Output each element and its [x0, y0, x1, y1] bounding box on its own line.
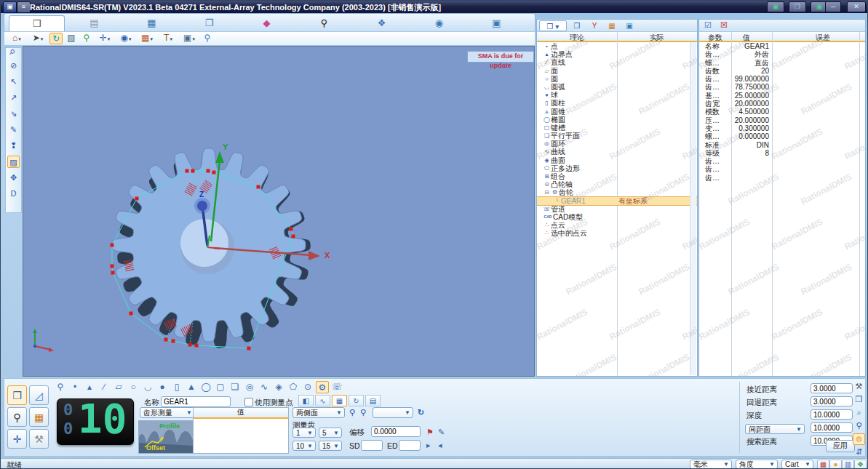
ribbon-tab-table[interactable]: ▦ — [124, 15, 180, 32]
parallel-planes-icon[interactable]: ❏ — [228, 381, 242, 393]
window-layout-icon[interactable]: ❐ — [789, 1, 806, 12]
probe-up-icon[interactable]: ⚲ — [349, 407, 355, 417]
tree-item[interactable]: •点 — [537, 42, 697, 50]
graph-tab[interactable]: ∿ — [315, 395, 330, 406]
ribbon-tab-view[interactable]: ◉ — [411, 15, 467, 32]
tree-item[interactable]: ◈曲面 — [537, 156, 697, 164]
param-row[interactable]: 齿…78.750000 — [699, 83, 865, 91]
param-row[interactable]: 螺…0.000000 — [699, 132, 865, 140]
polygon-icon[interactable]: ⬠ — [287, 381, 300, 393]
tree-item[interactable]: CADCAD模型 — [537, 213, 697, 221]
torus-icon[interactable]: ◎ — [243, 381, 256, 393]
param-row[interactable]: 螺…直齿 — [699, 59, 865, 67]
units-select[interactable]: 毫米▼ — [690, 460, 732, 469]
tree-item[interactable]: ▢键槽 — [537, 124, 697, 132]
ribbon-tab-system[interactable]: ▣ — [469, 15, 525, 32]
param-row[interactable]: 齿…99.000000 — [699, 75, 865, 83]
sd-input[interactable] — [361, 440, 383, 451]
tools-button[interactable]: ⚒ — [29, 429, 49, 449]
ribbon-tab-graphics[interactable]: ◆ — [239, 15, 295, 32]
cylinder-icon[interactable]: ▯ — [170, 381, 183, 393]
apply-button[interactable]: 应用 — [826, 440, 855, 452]
gear-icon[interactable]: ⚙ — [316, 381, 329, 393]
tree-tab-probe[interactable]: Y — [587, 20, 602, 31]
param-row[interactable]: 压…20.000000 — [699, 116, 865, 124]
probe-align-icon[interactable]: ⚲ — [80, 33, 93, 44]
eye-icon[interactable]: ◉▾ — [116, 33, 135, 44]
end-angle-icon[interactable]: ◂ — [438, 440, 442, 450]
minimize-button[interactable]: ─ — [825, 1, 841, 12]
fixture-button[interactable]: ▦ — [29, 407, 49, 427]
param-row[interactable]: 名称GEAR1 — [699, 42, 865, 50]
tree-item[interactable]: ▯圆柱 — [537, 99, 697, 107]
scroll-updown-icon[interactable]: ⇵ — [853, 446, 865, 458]
pin-icon[interactable]: ⚲ — [7, 47, 17, 57]
tool-clamp-icon[interactable]: ⚒ — [853, 381, 865, 393]
tree-item[interactable]: ❏平行平面 — [537, 132, 697, 140]
tree-item[interactable]: ▱面 — [537, 67, 697, 75]
circle-icon[interactable]: ○ — [127, 381, 140, 393]
cube-probe-icon[interactable]: ❒ — [853, 394, 865, 406]
target-flag-icon[interactable]: ⚑ — [426, 427, 434, 437]
tree-tab-machine[interactable]: ▣ — [622, 20, 637, 31]
setting-input[interactable] — [811, 422, 853, 433]
ed-input[interactable] — [399, 440, 421, 451]
tooth-select-15[interactable]: 15▼ — [319, 441, 342, 451]
device-connect-icon[interactable]: ▣ — [767, 1, 784, 12]
tree-item[interactable]: ∴点云 — [537, 221, 697, 229]
tree-item[interactable]: ▲圆锥 — [537, 108, 697, 116]
cube-paint-icon[interactable]: ▨ — [7, 156, 20, 168]
cube-probe-off-icon[interactable]: ⊘ — [7, 60, 20, 72]
cube-alert-icon[interactable]: ❢ — [7, 140, 20, 152]
param-row[interactable]: 齿… — [699, 157, 865, 165]
tree-tab-solids[interactable]: ❒ — [570, 20, 584, 31]
axes-icon[interactable]: ✛▾ — [95, 33, 114, 44]
link-status-icon[interactable]: ❖ — [854, 460, 867, 469]
sphere-icon[interactable]: ● — [156, 381, 169, 393]
probe-view-tab[interactable]: ◧ — [298, 395, 314, 406]
table-tab[interactable]: ▦ — [332, 395, 347, 406]
tree-item[interactable]: ∿曲线 — [537, 148, 697, 156]
cursor-icon[interactable]: ➤▾ — [28, 33, 47, 44]
tree-item[interactable]: ⊞组合 — [537, 172, 697, 180]
close-button[interactable]: ✕ — [847, 1, 866, 12]
ribbon-tab-document[interactable]: ▤ — [66, 15, 122, 32]
setting-input[interactable] — [811, 409, 853, 420]
line-icon[interactable]: ∕ — [97, 381, 111, 393]
curve-icon[interactable]: ∿ — [258, 381, 271, 393]
refresh-icon[interactable]: ↻ — [49, 33, 63, 44]
point-icon[interactable]: • — [68, 381, 81, 393]
ribbon-tab-display[interactable]: ❐ — [181, 15, 237, 32]
tree-item[interactable]: ◎圆环 — [537, 140, 697, 148]
cube-pick-face-icon[interactable]: ↗ — [7, 92, 20, 104]
cube-pick-icon[interactable]: ↖ — [7, 76, 20, 88]
ellipse-icon[interactable]: ◯ — [199, 381, 212, 393]
palette-icon[interactable]: ▦▾ — [138, 33, 156, 44]
close-panel-icon[interactable]: ☒ — [720, 20, 728, 30]
tree-item-gear1[interactable]: └GEAR1有坐标系 — [537, 197, 697, 205]
grid-status-icon[interactable]: ▦ — [817, 460, 829, 469]
arc-icon[interactable]: ◡ — [141, 381, 154, 393]
offset-input[interactable] — [371, 426, 421, 437]
cube-dmis-icon[interactable]: D — [7, 188, 20, 200]
cone-icon[interactable]: ▲ — [185, 381, 198, 393]
param-row[interactable]: 标准DIN — [699, 141, 865, 149]
zoom-select-icon[interactable]: ▧ — [65, 33, 78, 44]
ribbon-tab-measure[interactable]: ❒ — [9, 15, 65, 32]
start-angle-icon[interactable]: ▸ — [426, 440, 431, 450]
tree-tab-fixtures[interactable]: ▦ — [605, 20, 619, 31]
tree-item[interactable]: ⊙凸轮轴 — [537, 180, 697, 188]
tree-item[interactable]: ∴选中的点云 — [537, 229, 697, 237]
use-measure-points-checkbox[interactable] — [244, 398, 253, 406]
tree-item[interactable]: ⬠正多边形 — [537, 164, 697, 172]
cube-sketch-icon[interactable]: ✎ — [7, 124, 20, 136]
viewport-canvas[interactable]: YXZ — [23, 47, 535, 377]
plane-icon[interactable]: ▱ — [112, 381, 125, 393]
angle-select[interactable]: 角度▼ — [736, 460, 778, 469]
rotate-direction-icon[interactable]: ↻ — [418, 407, 424, 417]
param-row[interactable]: 基…25.000000 — [699, 92, 865, 100]
caliper-button[interactable]: ◿ — [29, 385, 49, 405]
param-row[interactable]: 齿数20 — [699, 67, 865, 75]
ball-status-icon[interactable]: ● — [829, 460, 842, 469]
tree-item[interactable]: ▴边界点 — [537, 50, 697, 58]
